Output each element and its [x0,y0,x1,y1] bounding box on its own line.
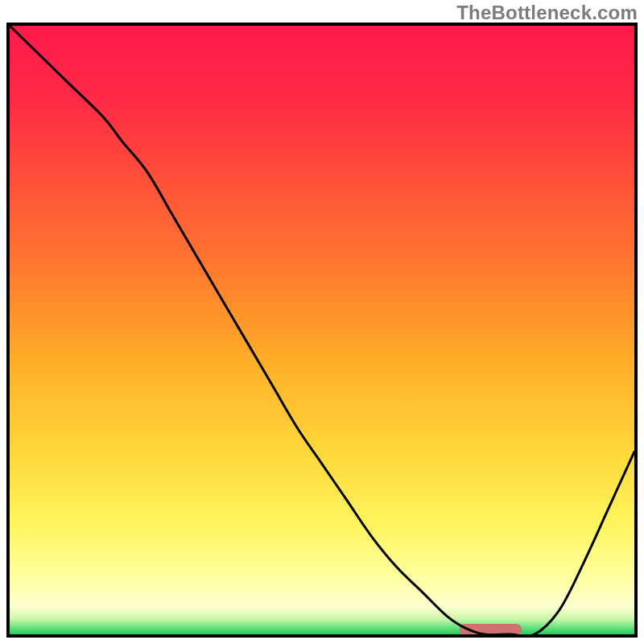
chart-frame: TheBottleneck.com [0,0,644,644]
bottleneck-chart [10,26,634,634]
plot-area [6,23,638,638]
watermark-text: TheBottleneck.com [456,2,638,24]
